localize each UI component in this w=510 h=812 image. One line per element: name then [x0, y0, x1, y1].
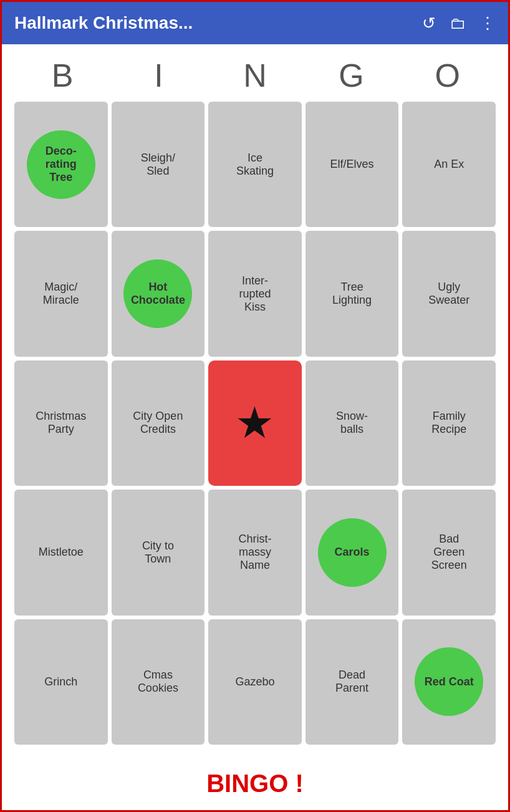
cell-6[interactable]: Hot Chocolate	[112, 231, 205, 356]
cell-2[interactable]: Ice Skating	[208, 102, 302, 227]
bingo-text: BINGO !	[206, 770, 304, 797]
cell-14[interactable]: Family Recipe	[402, 360, 496, 486]
cell-text-4: An Ex	[434, 158, 464, 171]
letter-o: O	[404, 57, 491, 94]
cell-13[interactable]: Snow- balls	[306, 360, 399, 486]
cell-12[interactable]: ★	[208, 360, 302, 486]
cell-text-17: Christ- massy Name	[238, 533, 271, 572]
cell-text-3: Elf/Elves	[330, 158, 374, 171]
cell-text-11: City Open Credits	[133, 410, 183, 436]
green-circle-0: Deco- rating Tree	[27, 130, 95, 199]
letter-b: B	[19, 57, 106, 94]
cell-text-7: Inter- rupted Kiss	[239, 274, 271, 314]
cell-text-5: Magic/ Miracle	[43, 281, 79, 307]
cell-text-21: Cmas Cookies	[138, 669, 178, 695]
bingo-area: B I N G O Deco- rating TreeSleigh/ SledI…	[2, 44, 508, 751]
cell-24[interactable]: Red Coat	[402, 619, 496, 745]
cell-16[interactable]: City to Town	[112, 490, 205, 615]
cell-text-10: Christmas Party	[36, 410, 86, 436]
bingo-grid: Deco- rating TreeSleigh/ SledIce Skating…	[14, 102, 496, 745]
bingo-footer: BINGO !	[2, 751, 508, 810]
cell-4[interactable]: An Ex	[402, 102, 496, 227]
cell-23[interactable]: Dead Parent	[306, 619, 399, 745]
cell-18[interactable]: Carols	[306, 490, 399, 615]
cell-text-16: City to Town	[142, 539, 174, 566]
cell-11[interactable]: City Open Credits	[112, 360, 205, 486]
cell-19[interactable]: Bad Green Screen	[402, 490, 496, 615]
cell-7[interactable]: Inter- rupted Kiss	[208, 231, 302, 356]
star-icon: ★	[235, 401, 274, 445]
cell-3[interactable]: Elf/Elves	[306, 102, 399, 227]
cell-text-23: Dead Parent	[335, 669, 368, 695]
more-icon[interactable]: ⋮	[479, 14, 496, 33]
cell-9[interactable]: Ugly Sweater	[402, 231, 496, 356]
cell-text-14: Family Recipe	[431, 410, 466, 436]
cell-21[interactable]: Cmas Cookies	[112, 619, 205, 745]
phone-frame: Hallmark Christmas... ↺ 🗀 ⋮ B I N G O De…	[0, 0, 510, 812]
green-circle-18: Carols	[318, 518, 387, 587]
cell-1[interactable]: Sleigh/ Sled	[112, 102, 205, 227]
cell-text-8: Tree Lighting	[332, 281, 372, 307]
cell-17[interactable]: Christ- massy Name	[208, 490, 302, 615]
cell-15[interactable]: Mistletoe	[14, 490, 108, 615]
cell-22[interactable]: Gazebo	[208, 619, 302, 745]
app-bar-icons: ↺ 🗀 ⋮	[422, 14, 496, 33]
cell-text-13: Snow- balls	[336, 410, 368, 436]
cell-text-19: Bad Green Screen	[431, 533, 467, 572]
cell-text-2: Ice Skating	[236, 152, 274, 178]
cell-text-9: Ugly Sweater	[428, 281, 469, 307]
cell-8[interactable]: Tree Lighting	[306, 231, 399, 356]
bingo-header: B I N G O	[14, 57, 496, 94]
folder-icon[interactable]: 🗀	[450, 14, 466, 33]
cell-10[interactable]: Christmas Party	[14, 360, 108, 486]
cell-20[interactable]: Grinch	[14, 619, 108, 745]
letter-n: N	[211, 57, 299, 94]
letter-i: I	[115, 57, 203, 94]
app-title: Hallmark Christmas...	[14, 13, 193, 33]
cell-text-1: Sleigh/ Sled	[141, 152, 175, 178]
cell-text-20: Grinch	[44, 675, 77, 689]
cell-0[interactable]: Deco- rating Tree	[14, 102, 108, 227]
green-circle-6: Hot Chocolate	[123, 259, 192, 328]
letter-g: G	[307, 57, 395, 94]
cell-text-22: Gazebo	[235, 675, 274, 689]
cell-5[interactable]: Magic/ Miracle	[14, 231, 108, 356]
refresh-icon[interactable]: ↺	[422, 14, 436, 33]
app-bar: Hallmark Christmas... ↺ 🗀 ⋮	[2, 2, 508, 44]
green-circle-24: Red Coat	[415, 647, 483, 716]
cell-text-15: Mistletoe	[39, 546, 84, 559]
